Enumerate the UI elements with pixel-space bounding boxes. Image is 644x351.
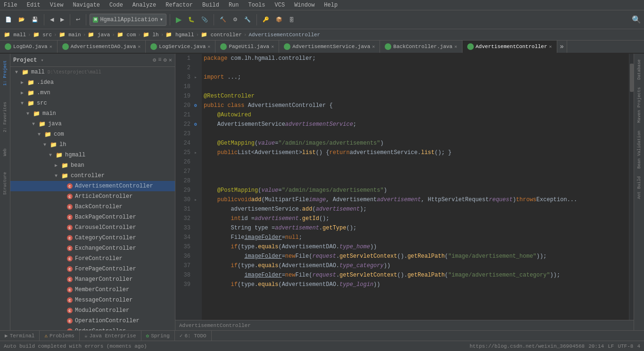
tab-logservice[interactable]: LogService.java ✕: [146, 41, 215, 53]
panel-web[interactable]: Web: [2, 146, 8, 159]
menu-refactor[interactable]: Refactor: [164, 2, 195, 8]
tab-advertisementcontroller[interactable]: AdvertisementController ✕: [462, 41, 557, 53]
settings-icon[interactable]: ⚙: [153, 57, 156, 64]
bottom-tab-terminal[interactable]: ▶ Terminal: [0, 331, 40, 341]
tree-carouselcontroller[interactable]: C CarouselController: [10, 222, 175, 233]
tree-idea[interactable]: ▶ 📁 .idea: [10, 77, 175, 88]
bottom-tab-todo[interactable]: ✓ 6: TODO: [175, 331, 212, 341]
tree-forecontroller[interactable]: C ForeController: [10, 253, 175, 264]
tree-main[interactable]: ▼ 📁 main: [10, 108, 175, 119]
tab-pageutil[interactable]: PageUtil.java ✕: [215, 41, 279, 53]
status-lf[interactable]: LF: [608, 343, 614, 349]
fold-btn-3[interactable]: ▸: [194, 73, 202, 82]
menu-edit[interactable]: Edit: [25, 2, 42, 8]
tree-forepagecontroller[interactable]: C ForePageController: [10, 264, 175, 274]
code-content[interactable]: package com.lh.hgmall.controller; import…: [202, 54, 629, 320]
close-panel-icon[interactable]: ✕: [169, 57, 172, 64]
panel-project[interactable]: 1: Project: [2, 57, 8, 89]
tab-close-backcontroller[interactable]: ✕: [454, 44, 457, 49]
menu-help[interactable]: Help: [322, 2, 339, 8]
tab-advertisementservice[interactable]: AdvertisementService.java ✕: [279, 41, 380, 53]
status-indent[interactable]: 4: [637, 343, 640, 349]
tree-ordercontroller[interactable]: C OrderController: [10, 326, 175, 330]
tree-java[interactable]: ▼ 📁 java: [10, 119, 175, 129]
tab-close-advertisementservice[interactable]: ✕: [372, 44, 375, 49]
menu-code[interactable]: Code: [107, 2, 125, 8]
tree-categorycontroller[interactable]: C CategoryController: [10, 233, 175, 243]
collapse-icon[interactable]: ≡: [158, 57, 161, 64]
tree-backcontroller[interactable]: C BackController: [10, 202, 175, 212]
status-url[interactable]: https://blog.csdn.net/weixin_36904568: [470, 343, 585, 349]
breadcrumb-hgmall[interactable]: 📁 hgmall: [165, 32, 194, 38]
menu-tools[interactable]: Tools: [247, 2, 267, 8]
tree-messagecontroller[interactable]: C MessageController: [10, 295, 175, 305]
tree-operationcontroller[interactable]: C OperationController: [10, 316, 175, 326]
menu-vcs[interactable]: VCS: [273, 2, 287, 8]
tree-managercontroller[interactable]: C ManagerController: [10, 274, 175, 285]
breadcrumb-main[interactable]: 📁 main: [59, 32, 81, 38]
menu-view[interactable]: View: [48, 2, 66, 8]
app-dropdown[interactable]: H HgmallApplication ▾: [90, 14, 166, 26]
breadcrumb-com[interactable]: 📁 com: [117, 32, 136, 38]
save-all-button[interactable]: 💾: [29, 15, 41, 24]
tree-controller[interactable]: ▼ 📁 controller: [10, 171, 175, 181]
editor-scrollbar[interactable]: [629, 54, 634, 320]
config-button[interactable]: 🔧: [242, 15, 253, 24]
forward-button[interactable]: ▶: [58, 15, 66, 24]
run-button[interactable]: ▶: [173, 14, 184, 25]
tree-backpagecontroller[interactable]: C BackPageController: [10, 212, 175, 222]
undo-button[interactable]: ↩: [74, 15, 83, 24]
attach-button[interactable]: 📎: [199, 15, 210, 24]
fold-btn-30[interactable]: ▸: [194, 195, 202, 204]
tree-bean[interactable]: ▶ 📁 bean: [10, 160, 175, 171]
bottom-tab-java-enterprise[interactable]: ☕ Java Enterprise: [80, 331, 141, 341]
menu-build[interactable]: Build: [200, 2, 221, 8]
stack-button[interactable]: ⚙: [231, 15, 240, 24]
panel-structure[interactable]: Structure: [2, 169, 8, 198]
tab-backcontroller[interactable]: BackController.java ✕: [380, 41, 462, 53]
tree-com[interactable]: ▼ 📁 com: [10, 129, 175, 139]
menu-window[interactable]: Window: [292, 2, 316, 8]
sdk-button[interactable]: 📦: [273, 15, 285, 24]
status-encoding[interactable]: UTF-8: [618, 343, 633, 349]
breadcrumb-mall[interactable]: 📁 mall: [4, 32, 26, 38]
tree-hgmall[interactable]: ▼ 📁 hgmall: [10, 150, 175, 160]
breadcrumb-src[interactable]: 📁 src: [33, 32, 52, 38]
tab-overflow[interactable]: »: [557, 41, 567, 53]
tree-membercontroller[interactable]: C MemberController: [10, 285, 175, 295]
panel-favorites[interactable]: 2: Favorites: [2, 99, 8, 135]
tab-close-advertisementcontroller[interactable]: ✕: [549, 44, 552, 49]
bottom-tab-problems[interactable]: ⚠ Problems: [40, 331, 79, 341]
breadcrumb-file[interactable]: AdvertisementController: [248, 32, 320, 38]
tree-root-mall[interactable]: ▼ 📁 mall D:\testproject\mall: [10, 67, 175, 77]
tree-articlecontroller[interactable]: C ArticleController: [10, 191, 175, 202]
bottom-tab-spring[interactable]: ✿ Spring: [141, 331, 175, 341]
breadcrumb-java[interactable]: 📁 java: [88, 32, 110, 38]
side-tab-bean-validation[interactable]: Bean Validation: [636, 127, 643, 172]
hammer-button[interactable]: 🔨: [217, 15, 229, 24]
database-button[interactable]: 🗄: [287, 16, 297, 24]
tab-close-advertisementdao[interactable]: ✕: [138, 44, 140, 49]
menu-navigate[interactable]: Navigate: [71, 2, 102, 8]
breadcrumb-controller[interactable]: 📁 controller: [201, 32, 242, 38]
tree-exchangecontroller[interactable]: C ExchangeController: [10, 243, 175, 253]
tree-modulecontroller[interactable]: C ModuleController: [10, 305, 175, 316]
tab-close-logdao[interactable]: ✕: [50, 44, 52, 49]
global-search-icon[interactable]: 🔍: [632, 15, 641, 24]
menu-run[interactable]: Run: [227, 2, 241, 8]
open-button[interactable]: 📂: [16, 15, 27, 24]
wrench-button[interactable]: 🔑: [260, 15, 272, 24]
menu-file[interactable]: File: [2, 2, 19, 8]
side-tab-database[interactable]: Database: [636, 56, 643, 83]
menu-analyze[interactable]: Analyze: [131, 2, 158, 8]
tree-lh[interactable]: ▼ 📁 lh: [10, 139, 175, 150]
tab-close-logservice[interactable]: ✕: [207, 44, 210, 49]
editor-scroll-thumb[interactable]: [630, 64, 634, 92]
tree-advertisementcontroller[interactable]: C AdvertisementController: [10, 181, 175, 191]
fold-btn-25[interactable]: ▸: [194, 148, 202, 157]
tree-mvn[interactable]: ▶ 📁 .mvn: [10, 88, 175, 98]
side-tab-ant-build[interactable]: Ant Build: [636, 172, 643, 203]
back-button[interactable]: ◀: [48, 15, 56, 24]
breadcrumb-lh[interactable]: 📁 lh: [143, 32, 159, 38]
tab-close-pageutil[interactable]: ✕: [271, 44, 274, 49]
